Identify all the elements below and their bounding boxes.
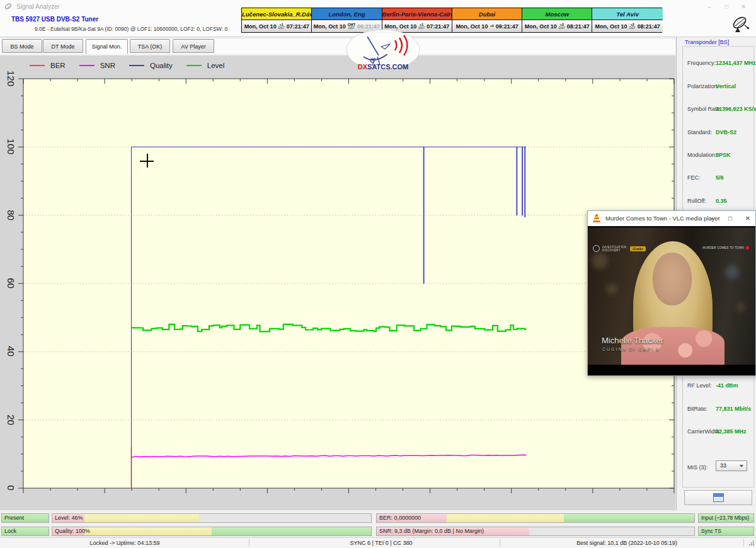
meter-label: Sync TS [701, 527, 721, 535]
field-label: Frequency: [687, 60, 716, 66]
meter-segment-green [564, 514, 694, 522]
vlc-titlebar[interactable]: Murder Comes to Town - VLC media player … [588, 211, 755, 226]
clock-timezone: +1DST [278, 23, 285, 30]
clock-city-name: London, Eng [312, 8, 381, 20]
tz-dst: DST [559, 26, 565, 30]
meter-label: BER: 0,0000000 [379, 514, 421, 522]
y-tick-label: 40 [6, 342, 16, 361]
letterbox-bar [588, 365, 755, 375]
vlc-minimize-icon[interactable]: – [705, 214, 720, 224]
tz-dst: DST [278, 26, 285, 30]
tuner-subtitle: 9.0E - Eutelsat 9B/Ka-Sat 9A (ID: 0090) … [35, 26, 227, 32]
field-value: 0.35 [716, 198, 727, 204]
clock-hms: 09:21:47 [496, 23, 518, 30]
resize-grip[interactable] [748, 540, 755, 546]
y-tick-label: 0 [6, 479, 16, 498]
tab-dt-mode[interactable]: DT Mode [43, 39, 83, 53]
y-tick-label: 60 [6, 274, 16, 293]
y-tick-label: 120 [6, 69, 16, 88]
clock-cell-4: MoscowMon, Oct 10+2DST08:21:47 [522, 8, 592, 32]
clock-hms: 07:21:47 [287, 23, 309, 30]
vlc-window-title: Murder Comes to Town - VLC media player [605, 215, 720, 222]
legend-item-snr: SNR [79, 62, 115, 69]
close-icon[interactable]: ✕ [735, 2, 752, 12]
clock-time: Mon, Oct 10+409:21:47 [452, 20, 522, 32]
field-bitrate: BitRate:77,831 Mbit/s [677, 406, 756, 413]
tab-bar: BS ModeDT ModeSignal Mon.TSA (OK)AV Play… [0, 39, 675, 54]
clock-cell-3: DubaiMon, Oct 10+409:21:47 [452, 8, 522, 32]
tab-av-player[interactable]: AV Player [173, 39, 214, 53]
clock-date: Mon, Oct 10 [384, 23, 416, 30]
statusbar-best-signal: Best signal: 10,1 dB (2022-10-10 05:19) [576, 540, 677, 546]
plot-area[interactable] [23, 79, 674, 488]
clock-timezone: +4 [490, 25, 493, 28]
clock-city-name: Moscow [522, 8, 592, 20]
clock-timezone: +2DST [559, 23, 565, 30]
vlc-close-icon[interactable]: ✕ [740, 214, 755, 224]
channel-logo-line2: DISCOVERY [602, 249, 626, 252]
vlc-cone-icon [593, 214, 600, 222]
legend-line-swatch [30, 65, 45, 66]
statusbar-uptime: Locked -> Uptime: 04:13:59 [90, 540, 160, 546]
field-rflevel: RF Level:-41 dBm [677, 382, 756, 390]
clock-time: Mon, Oct 10+2DST08:21:47 [522, 20, 592, 32]
clock-city-name: Dubai [452, 8, 522, 20]
video-frame: INVESTIGATION DISCOVERY Giallo MURDER CO… [588, 227, 755, 365]
legend-item-ber: BER [30, 62, 66, 69]
satellite-dish-icon [730, 15, 751, 33]
field-value: DVB-S2 [716, 129, 736, 135]
show-ts-panel-button[interactable] [684, 490, 752, 505]
tz-dst: DST [629, 26, 636, 30]
bokeh-light [725, 265, 739, 279]
statusbar: Locked -> Uptime: 04:13:59 SYNC 6 | TEI … [0, 537, 756, 548]
vlc-maximize-icon[interactable]: □ [723, 214, 738, 224]
window-title: Signal Analyzer [16, 3, 60, 10]
clock-date: Mon, Oct 10 [525, 23, 557, 30]
legend-label: Quality [150, 62, 173, 69]
tz-offset: +4 [490, 25, 493, 28]
mis-value: 33 [720, 462, 726, 469]
clock-cell-0: Lučenec-Slovakia_R.DávidMon, Oct 10+1DST… [242, 8, 312, 32]
legend-line-swatch [129, 65, 144, 66]
signal-analyzer-window: Signal Analyzer – □ ✕ TBS 5927 USB DVB-S… [0, 0, 756, 548]
world-clocks: Lučenec-Slovakia_R.DávidMon, Oct 10+1DST… [241, 8, 662, 33]
meter-segment-green [212, 527, 371, 535]
meter-signal-row1: Quality: 100% [52, 527, 372, 536]
maximize-icon[interactable]: □ [718, 2, 735, 12]
minimize-icon[interactable]: – [701, 2, 718, 12]
clock-city-name: Berlin-Paris-Vienna-Cairo [382, 8, 452, 20]
tab-bs-mode[interactable]: BS Mode [2, 39, 42, 53]
mis-dropdown[interactable]: 33 [716, 460, 747, 471]
vlc-video-area[interactable]: INVESTIGATION DISCOVERY Giallo MURDER CO… [588, 226, 755, 375]
clock-city-name: Tel Aviv [592, 8, 662, 20]
tab-tsa-ok[interactable]: TSA (OK) [130, 39, 170, 53]
mis-label: MIS (3): [687, 464, 707, 471]
clock-time: Mon, Oct 10+2DST08:21:47 [592, 20, 662, 32]
meter-label: Quality: 100% [55, 527, 90, 535]
meter-quality2-row1: SNR: 9,3 dB (Margin: 0,0 dB | No Margin) [376, 527, 695, 536]
clock-hms: 08:21:47 [638, 23, 660, 30]
bokeh-light [607, 284, 617, 294]
field-frequency: Frequency:12341,437 MHz [677, 60, 756, 67]
chevron-down-icon [740, 465, 743, 467]
field-symbolrate: Symbol Rate:31396,923 KS/s [677, 106, 756, 113]
clock-hms: 07:21:47 [427, 23, 449, 30]
statusbar-divider [500, 539, 500, 547]
channel-logo-line1: INVESTIGATION [602, 246, 626, 249]
field-label: Standard: [687, 129, 712, 135]
window-panel-icon [713, 493, 724, 502]
field-label: RollOff: [687, 198, 706, 204]
tab-signal-mon[interactable]: Signal Mon. [86, 39, 128, 54]
clock-date: Mon, Oct 10 [595, 23, 627, 30]
field-value: 31396,923 KS/s [716, 106, 756, 112]
vlc-window[interactable]: Murder Comes to Town - VLC media player … [587, 210, 756, 376]
person-shirt [621, 327, 724, 365]
cursor-crosshair [147, 154, 148, 168]
legend-label: BER [50, 62, 66, 69]
app-window-icon [4, 3, 13, 11]
meter-label: SNR: 9,3 dB (Margin: 0,0 dB | No Margin) [379, 527, 484, 535]
meter-ts-row0: Input (~23,78 Mbps) [698, 513, 754, 523]
y-tick-label: 20 [6, 410, 16, 429]
field-value: 8PSK [716, 152, 731, 158]
meter-quality2-row0: BER: 0,0000000 [376, 513, 695, 523]
